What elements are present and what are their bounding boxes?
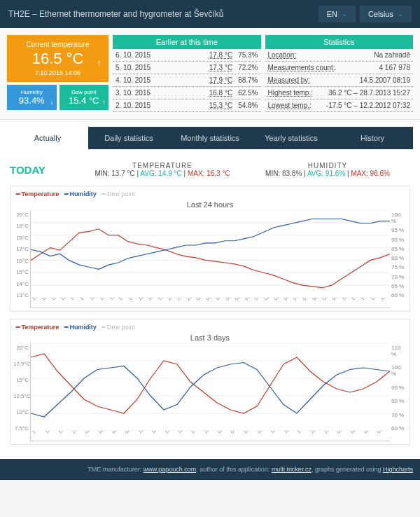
page-title: TH2E – Ethernet thermometer and hygromet… xyxy=(8,9,314,19)
humidity-card: Humidity 93.4% ↓ xyxy=(7,85,57,110)
table-row: Highest temp.:36.2 °C – 28.7.2013 15:27 xyxy=(265,87,414,99)
chart: ━ Temperature ━ Humidity ━ Dew pointLast… xyxy=(10,186,410,312)
chevron-down-icon: ⌄ xyxy=(342,11,347,18)
table-row: 3. 10. 201516.8 °C62.5% xyxy=(113,87,261,99)
temp-summary: TEMPERATURE MIN: 13.7 °C | AVG: 14.9 °C … xyxy=(80,162,245,177)
footer: TME manufacturer: www.papouch.com, autho… xyxy=(0,459,420,480)
trend-up-icon: ↑ xyxy=(97,57,102,69)
trend-up-icon: ↑ xyxy=(102,98,106,106)
tab-yearly-statistics[interactable]: Yearly statistics xyxy=(251,127,332,149)
summary-panel: Current temperature 16.5 °C ↑ 7.10.2015 … xyxy=(0,28,420,120)
lang-select[interactable]: EN⌄ xyxy=(318,6,356,22)
tab-actually[interactable]: Actually xyxy=(7,127,88,149)
table-row: Lowest temp.:-17.5 °C – 12.2.2012 07:32 xyxy=(265,99,414,112)
chevron-down-icon: ⌄ xyxy=(398,11,403,18)
today-label: TODAY xyxy=(10,164,80,176)
dewpoint-card: Dew point 15.4 °C ↑ xyxy=(59,85,109,110)
table-row: 5. 10. 201517.3 °C72.2% xyxy=(113,62,261,74)
footer-link[interactable]: www.papouch.com xyxy=(144,466,197,473)
table-row: 2. 10. 201515.3 °C54.8% xyxy=(113,99,261,112)
earlier-table: Earlier at this time 6. 10. 201517.8 °C7… xyxy=(113,35,261,112)
table-row: 6. 10. 201517.8 °C75.3% xyxy=(113,49,261,62)
footer-link[interactable]: Highcharts xyxy=(383,466,413,473)
chart: ━ Temperature ━ Humidity ━ Dew pointLast… xyxy=(10,319,410,445)
header: TH2E – Ethernet thermometer and hygromet… xyxy=(0,0,420,28)
tab-daily-statistics[interactable]: Daily statistics xyxy=(88,127,169,149)
table-row: Measured by:14.5.2007 08:19 xyxy=(265,74,414,87)
trend-down-icon: ↓ xyxy=(50,98,54,106)
unit-select[interactable]: Celsius⌄ xyxy=(360,6,412,22)
current-temp-card: Current temperature 16.5 °C ↑ 7.10.2015 … xyxy=(7,35,108,82)
footer-link[interactable]: multi.tricker.cz xyxy=(272,466,312,473)
current-temp-value: 16.5 °C xyxy=(13,50,103,68)
tab-monthly-statistics[interactable]: Monthly statistics xyxy=(169,127,251,149)
tab-history[interactable]: History xyxy=(332,127,413,149)
table-row: Location:Na zahradě xyxy=(265,49,414,62)
stats-table: Statistics Location:Na zahraděMeasuremen… xyxy=(265,35,414,112)
table-row: 4. 10. 201517.9 °C68.7% xyxy=(113,74,261,87)
hum-summary: HUMIDITY MIN: 83.8% | AVG: 91.6% | MAX: … xyxy=(245,162,410,177)
tabs: ActuallyDaily statisticsMonthly statisti… xyxy=(7,127,413,149)
table-row: Measurements count:4 167 978 xyxy=(265,62,414,74)
